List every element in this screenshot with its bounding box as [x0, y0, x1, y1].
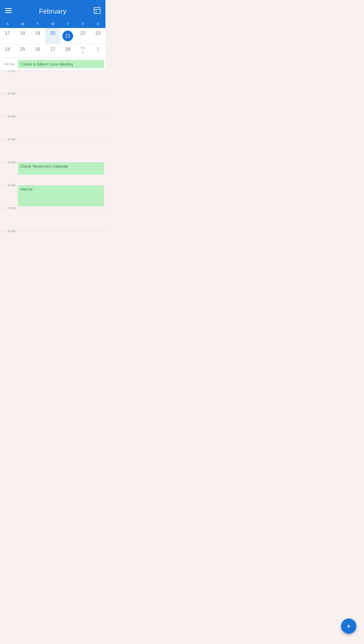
time-row-2pm: 2 PM	[0, 93, 105, 116]
day-of-week-row: S M T W T F S	[0, 20, 105, 28]
cal-day-27[interactable]: 27	[45, 44, 60, 58]
cal-day-19[interactable]: 19	[30, 28, 45, 44]
time-row-7pm: 7 PM	[0, 208, 105, 231]
time-content-8pm	[18, 231, 105, 254]
header: February	[0, 0, 105, 20]
cal-day-17[interactable]: 17	[0, 28, 15, 44]
dow-sun: S	[0, 22, 15, 26]
cal-day-20[interactable]: 20	[45, 28, 60, 44]
time-scroll-area: 1 PM 2 PM 3 PM 4 PM 5 PM Check Tomorrow'…	[0, 71, 105, 254]
dow-mon: M	[15, 22, 30, 26]
time-row-6pm: 6 PM Haircut	[0, 185, 105, 208]
cal-day-22[interactable]: 22	[75, 28, 90, 44]
time-label-6pm: 6 PM	[0, 183, 18, 187]
time-row-3pm: 3 PM	[0, 116, 105, 139]
time-row-8pm: 8 PM	[0, 231, 105, 254]
time-row-1pm: 1 PM	[0, 71, 105, 93]
svg-rect-3	[94, 7, 100, 14]
time-row-5pm: 5 PM Check Tomorrow's Calendar	[0, 162, 105, 185]
calendar-grid: 17 18 19 20 21 22 23 24 25 26 27 28 Mar1…	[0, 28, 105, 58]
dow-wed: W	[45, 22, 60, 26]
event-check-tomorrows-calendar[interactable]: Check Tomorrow's Calendar	[18, 163, 104, 175]
calendar-week-2: 24 25 26 27 28 Mar1 2	[0, 44, 105, 58]
svg-rect-1	[5, 10, 12, 11]
time-content-3pm	[18, 117, 105, 139]
time-label-7pm: 7 PM	[0, 206, 18, 210]
menu-icon[interactable]	[5, 8, 12, 14]
dow-fri: F	[75, 22, 90, 26]
dow-thu: T	[60, 22, 75, 26]
calendar-week-1: 17 18 19 20 21 22 23	[0, 28, 105, 44]
time-content-7pm	[18, 208, 105, 231]
time-label-5pm: 5 PM	[0, 160, 18, 164]
allday-label: All Day	[0, 62, 18, 66]
allday-section: All Day Carlos & Gilbert Lotus Meeting	[0, 58, 105, 71]
time-row-4pm: 4 PM	[0, 139, 105, 162]
cal-day-25[interactable]: 25	[15, 44, 30, 58]
cal-day-28[interactable]: 28	[60, 44, 75, 58]
month-title: February	[39, 7, 66, 15]
time-label-8pm: 8 PM	[0, 229, 18, 233]
svg-rect-2	[5, 12, 12, 13]
allday-event[interactable]: Carlos & Gilbert Lotus Meeting	[18, 60, 104, 68]
cal-day-18[interactable]: 18	[15, 28, 30, 44]
time-content-6pm: Haircut	[18, 185, 105, 208]
view-toggle-icon[interactable]	[94, 7, 100, 15]
dow-tue: T	[30, 22, 45, 26]
time-content-4pm	[18, 140, 105, 162]
cal-day-mar-2[interactable]: 2	[90, 44, 105, 58]
svg-rect-0	[5, 8, 12, 9]
event-haircut[interactable]: Haircut	[18, 185, 104, 206]
time-label-3pm: 3 PM	[0, 115, 18, 118]
time-label-4pm: 4 PM	[0, 138, 18, 141]
time-label-1pm: 1 PM	[0, 71, 18, 73]
cal-day-mar-1[interactable]: Mar1	[75, 44, 90, 58]
time-content-5pm: Check Tomorrow's Calendar	[18, 163, 105, 185]
time-content-2pm	[18, 94, 105, 116]
cal-day-21[interactable]: 21	[60, 28, 75, 44]
dow-sat: S	[90, 22, 105, 26]
time-content-1pm	[18, 71, 105, 93]
cal-day-24[interactable]: 24	[0, 44, 15, 58]
cal-day-26[interactable]: 26	[30, 44, 45, 58]
time-label-2pm: 2 PM	[0, 92, 18, 96]
cal-day-23[interactable]: 23	[90, 28, 105, 44]
